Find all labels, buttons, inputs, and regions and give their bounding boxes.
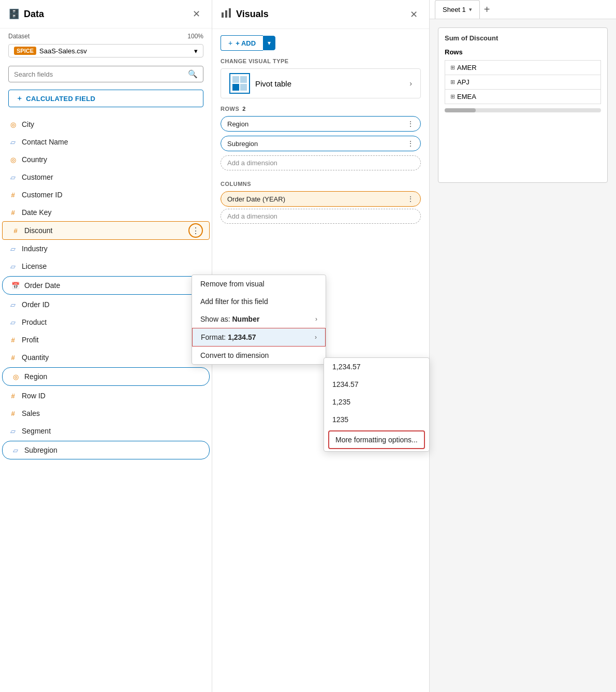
field-item-city[interactable]: ◎ City	[0, 116, 212, 133]
svg-rect-1	[225, 10, 227, 18]
field-item-license[interactable]: ▱ License	[0, 257, 212, 275]
hash-icon: #	[8, 208, 18, 217]
format-option-1235-no-comma[interactable]: 1235	[324, 411, 429, 428]
field-item-discount[interactable]: # Discount ⋮	[2, 221, 210, 240]
sheet-tab-arrow-icon: ▾	[469, 6, 472, 13]
data-panel-title: 🗄️ Data	[8, 8, 44, 20]
context-menu-item-add-filter[interactable]: Add filter for this field	[192, 293, 326, 310]
column-field-chip-order-date[interactable]: Order Date (YEAR) ⋮	[221, 191, 421, 207]
context-menu-item-format[interactable]: Format: 1,234.57 ›	[192, 328, 326, 347]
search-box: 🔍	[8, 66, 203, 82]
dimension-icon: ▱	[8, 172, 18, 182]
dataset-selector[interactable]: SPICE SaaS-Sales.csv ▾	[8, 44, 203, 57]
row-value-amer: AMER	[457, 64, 477, 71]
field-chip-options-icon[interactable]: ⋮	[407, 195, 414, 203]
format-option-1235[interactable]: 1,235	[324, 393, 429, 411]
field-name-license: License	[22, 262, 47, 270]
field-item-customer[interactable]: ▱ Customer	[0, 168, 212, 186]
expand-icon[interactable]: ⊞	[450, 64, 455, 71]
field-item-order-id[interactable]: ▱ Order ID	[0, 296, 212, 313]
context-menu-item-show-as[interactable]: Show as: Number ›	[192, 310, 326, 328]
field-chip-options-icon[interactable]: ⋮	[407, 139, 414, 148]
field-name-date-key: Date Key	[22, 208, 52, 217]
calculated-field-button[interactable]: ＋ CALCULATED FIELD	[8, 90, 203, 107]
hash-icon: #	[8, 409, 18, 418]
dimension-icon: ▱	[8, 426, 18, 436]
field-item-segment[interactable]: ▱ Segment	[0, 422, 212, 440]
search-input[interactable]	[14, 70, 188, 78]
hash-icon: #	[8, 190, 18, 199]
visual-type-name: Pivot table	[255, 79, 291, 88]
field-name-region: Region	[24, 372, 47, 381]
field-name-industry: Industry	[22, 244, 48, 253]
field-options-button-discount[interactable]: ⋮	[188, 223, 203, 238]
row-field-chip-region[interactable]: Region ⋮	[221, 116, 421, 132]
field-chip-options-icon[interactable]: ⋮	[407, 120, 414, 128]
field-item-contact-name[interactable]: ▱ Contact Name	[0, 133, 212, 151]
sheet-tab-1[interactable]: Sheet 1 ▾	[435, 0, 480, 19]
more-formatting-options-button[interactable]: More formatting options...	[328, 430, 425, 449]
field-name-customer: Customer	[22, 173, 53, 181]
add-dimension-placeholder: Add a dimension	[227, 159, 277, 167]
field-item-row-id[interactable]: # Row ID	[0, 387, 212, 405]
visuals-panel-close-button[interactable]: ✕	[407, 8, 421, 21]
format-submenu: 1,234.57 1234.57 1,235 1235 More formatt…	[324, 357, 430, 452]
expand-icon[interactable]: ⊞	[450, 93, 455, 100]
visual-type-selector[interactable]: Pivot table ›	[221, 68, 421, 98]
field-item-profit[interactable]: # Profit	[0, 331, 212, 349]
field-item-subregion[interactable]: ▱ Subregion	[2, 441, 210, 459]
add-button[interactable]: + + ADD	[221, 35, 263, 51]
data-panel: 🗄️ Data ✕ Dataset 100% SPICE SaaS-Sales.…	[0, 0, 212, 692]
columns-section-label: COLUMNS	[212, 176, 429, 189]
expand-icon[interactable]: ⊞	[450, 79, 455, 85]
search-row: 🔍	[0, 62, 212, 86]
add-dropdown-button[interactable]: ▾	[263, 36, 275, 50]
more-formatting-options-label: More formatting options...	[335, 436, 418, 444]
context-menu-item-convert[interactable]: Convert to dimension	[192, 347, 326, 364]
field-item-industry[interactable]: ▱ Industry	[0, 240, 212, 257]
scrollbar-thumb[interactable]	[445, 108, 476, 112]
field-item-date-key[interactable]: # Date Key	[0, 204, 212, 221]
field-item-customer-id[interactable]: # Customer ID	[0, 186, 212, 204]
rows-label: Rows	[445, 48, 601, 56]
context-menu-item-remove[interactable]: Remove from visual	[192, 275, 326, 293]
data-panel-header: 🗄️ Data ✕	[0, 0, 212, 28]
rows-section-label: ROWS 2	[212, 100, 429, 114]
format-option-label: 1235	[332, 415, 348, 424]
add-sheet-button[interactable]: +	[481, 1, 493, 19]
dataset-name: SaaS-Sales.csv	[39, 47, 87, 55]
context-menu-item-remove-label: Remove from visual	[200, 280, 265, 288]
field-name-quantity: Quantity	[22, 353, 49, 362]
database-icon: 🗄️	[8, 8, 20, 20]
format-option-1234-57[interactable]: 1,234.57	[324, 358, 429, 376]
hash-icon: #	[8, 391, 18, 400]
field-item-order-date[interactable]: 📅 Order Date	[2, 276, 210, 295]
row-field-chip-subregion[interactable]: Subregion ⋮	[221, 136, 421, 151]
visual-type-left: Pivot table	[229, 73, 291, 94]
add-column-placeholder: Add a dimension	[227, 212, 277, 220]
field-item-region[interactable]: ◎ Region	[2, 367, 210, 386]
field-item-product[interactable]: ▱ Product	[0, 313, 212, 331]
field-item-country[interactable]: ◎ Country	[0, 151, 212, 168]
field-item-sales[interactable]: # Sales	[0, 405, 212, 422]
hash-icon: #	[8, 353, 18, 362]
context-menu-item-show-as-label: Show as: Number	[200, 315, 259, 323]
field-name-row-id: Row ID	[22, 392, 46, 400]
field-name-country: Country	[22, 155, 47, 164]
add-column-dimension-chip[interactable]: Add a dimension	[221, 209, 421, 224]
row-field-name-subregion: Subregion	[227, 140, 258, 148]
search-icon: 🔍	[188, 69, 198, 79]
format-option-123457[interactable]: 1234.57	[324, 376, 429, 393]
field-item-quantity[interactable]: # Quantity	[0, 349, 212, 366]
chevron-right-icon: ›	[315, 334, 317, 341]
horizontal-scrollbar[interactable]	[445, 108, 601, 112]
pivot-table-icon	[229, 73, 250, 94]
visual-type-chevron-icon: ›	[409, 79, 412, 88]
data-panel-close-button[interactable]: ✕	[189, 7, 203, 21]
dataset-dropdown-icon: ▾	[194, 47, 198, 55]
dimension-icon: ▱	[8, 300, 18, 309]
bar-chart-icon	[221, 7, 232, 21]
location-icon: ◎	[8, 155, 18, 164]
svg-rect-0	[222, 12, 224, 18]
add-dimension-chip[interactable]: Add a dimension	[221, 155, 421, 170]
